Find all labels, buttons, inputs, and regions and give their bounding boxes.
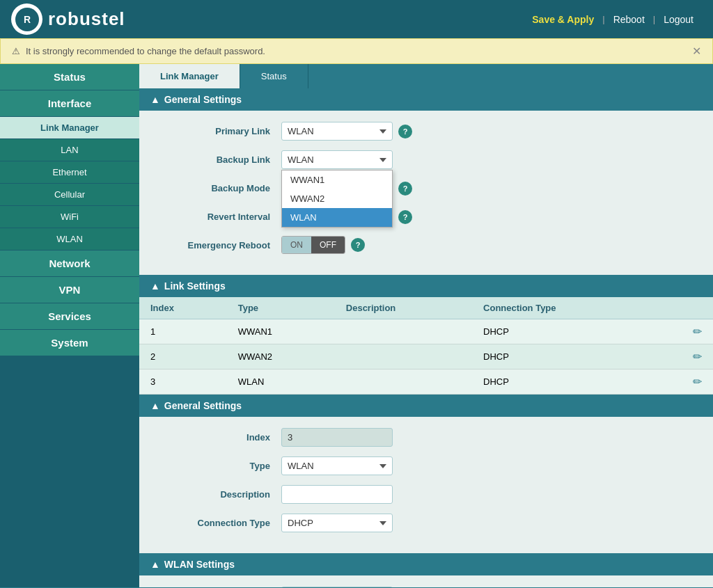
table-row: 2 WWAN2 DHCP ✏: [139, 344, 713, 370]
row1-description: [335, 319, 472, 344]
index-input: [281, 428, 393, 447]
primary-link-row: Primary Link WLAN WWAN1 WWAN2 ?: [156, 122, 696, 141]
index-label: Index: [156, 432, 281, 443]
row3-connection-type: DHCP: [472, 370, 653, 395]
tab-status[interactable]: Status: [240, 64, 308, 88]
backup-mode-help-icon[interactable]: ?: [398, 182, 412, 196]
svg-text:R: R: [23, 14, 30, 25]
main-layout: Status Interface Link Manager LAN Ethern…: [0, 64, 713, 587]
general-settings2-title: General Settings: [164, 400, 242, 411]
reboot-button[interactable]: Reboot: [605, 14, 653, 25]
wlan-settings-form: SSID Connect to Hidden SSID ON OFF Passw…: [139, 575, 713, 587]
row3-edit-button[interactable]: ✏: [693, 375, 702, 388]
index-row: Index: [156, 428, 696, 447]
primary-link-select[interactable]: WLAN WWAN1 WWAN2: [281, 122, 393, 141]
general-settings2-form: Index Type WWAN1 WWAN2 WLAN Description …: [139, 417, 713, 553]
header-actions: Save & Apply | Reboot | Logout: [524, 14, 702, 25]
toggle-on-button[interactable]: ON: [282, 237, 311, 253]
banner-text: ⚠ It is strongly recommended to change t…: [12, 46, 265, 56]
logo-text: robustel: [48, 8, 125, 30]
sidebar-section-network[interactable]: Network: [0, 251, 139, 276]
general-settings-header: ▲ General Settings: [139, 88, 713, 111]
row2-index: 2: [139, 344, 227, 370]
header: R robustel Save & Apply | Reboot | Logou…: [0, 0, 713, 38]
logo: R robustel: [11, 3, 125, 35]
general-settings-form: Primary Link WLAN WWAN1 WWAN2 ? Backup L…: [139, 111, 713, 275]
row2-connection-type: DHCP: [472, 344, 653, 370]
primary-link-label: Primary Link: [156, 126, 281, 136]
backup-link-select[interactable]: WWAN1 WWAN2 WLAN: [281, 150, 393, 169]
dropdown-item-wlan[interactable]: WLAN: [282, 208, 392, 227]
emergency-reboot-toggle[interactable]: ON OFF: [281, 236, 345, 254]
row3-type: WLAN: [227, 370, 335, 395]
collapse-icon[interactable]: ▲: [150, 94, 160, 105]
sidebar-section-status[interactable]: Status: [0, 64, 139, 90]
primary-link-help-icon[interactable]: ?: [398, 125, 412, 138]
ssid-row: SSID: [156, 587, 696, 587]
row1-type: WWAN1: [227, 319, 335, 344]
sidebar-item-link-manager[interactable]: Link Manager: [0, 117, 139, 138]
row2-actions: ✏: [653, 344, 713, 370]
sidebar-section-services[interactable]: Services: [0, 303, 139, 329]
sidebar-section-system[interactable]: System: [0, 330, 139, 356]
description-input[interactable]: [281, 485, 393, 504]
wlan-settings-header: ▲ WLAN Settings: [139, 553, 713, 575]
row2-edit-button[interactable]: ✏: [693, 350, 702, 363]
sidebar-item-cellular[interactable]: Cellular: [0, 184, 139, 205]
connection-type-row: Connection Type DHCP Static PPPoE: [156, 514, 696, 532]
sidebar: Status Interface Link Manager LAN Ethern…: [0, 64, 139, 587]
link-settings-header: ▲ Link Settings: [139, 275, 713, 297]
logout-button[interactable]: Logout: [655, 14, 702, 25]
toggle-off-button[interactable]: OFF: [311, 237, 345, 253]
col-type: Type: [227, 297, 335, 319]
revert-interval-row: Revert Interval ?: [156, 207, 696, 226]
sidebar-item-wifi[interactable]: WiFi: [0, 206, 139, 228]
general-settings-title: General Settings: [164, 94, 242, 105]
dropdown-item-wwan1[interactable]: WWAN1: [282, 170, 392, 189]
sidebar-item-ethernet[interactable]: Ethernet: [0, 161, 139, 183]
link-settings-title: Link Settings: [164, 280, 226, 292]
row1-connection-type: DHCP: [472, 319, 653, 344]
emergency-reboot-row: Emergency Reboot ON OFF ?: [156, 236, 696, 254]
wlan-settings-title: WLAN Settings: [164, 559, 235, 570]
save-apply-button[interactable]: Save & Apply: [524, 14, 602, 25]
table-row: 1 WWAN1 DHCP ✏: [139, 319, 713, 344]
connection-type-select[interactable]: DHCP Static PPPoE: [281, 514, 393, 532]
row1-edit-button[interactable]: ✏: [693, 325, 702, 338]
banner-close-button[interactable]: ✕: [692, 45, 701, 58]
revert-interval-help-icon[interactable]: ?: [398, 210, 412, 224]
general-settings2-header: ▲ General Settings: [139, 395, 713, 417]
backup-mode-row: Backup Mode Cold Backup Hot Backup ?: [156, 179, 696, 198]
connection-type-label: Connection Type: [156, 518, 281, 528]
col-description: Description: [335, 297, 472, 319]
emergency-reboot-help-icon[interactable]: ?: [351, 238, 365, 252]
warning-banner: ⚠ It is strongly recommended to change t…: [0, 38, 713, 64]
link-settings-collapse-icon[interactable]: ▲: [150, 280, 160, 292]
table-row: 3 WLAN DHCP ✏: [139, 370, 713, 395]
description-row: Description: [156, 485, 696, 504]
banner-message: It is strongly recommended to change the…: [26, 46, 265, 56]
description-label: Description: [156, 489, 281, 500]
tabs: Link Manager Status: [139, 64, 713, 88]
general-settings2-collapse-icon[interactable]: ▲: [150, 400, 160, 411]
tab-link-manager[interactable]: Link Manager: [139, 64, 240, 88]
type-select[interactable]: WWAN1 WWAN2 WLAN: [281, 456, 393, 475]
col-actions: [653, 297, 713, 319]
col-index: Index: [139, 297, 227, 319]
backup-link-dropdown: WWAN1 WWAN2 WLAN: [281, 170, 393, 228]
dropdown-item-wwan2[interactable]: WWAN2: [282, 189, 392, 208]
logo-icon: R: [11, 3, 42, 35]
row3-description: [335, 370, 472, 395]
wlan-settings-collapse-icon[interactable]: ▲: [150, 559, 160, 570]
sidebar-item-wlan[interactable]: WLAN: [0, 228, 139, 250]
emergency-reboot-label: Emergency Reboot: [156, 240, 281, 251]
ssid-input[interactable]: [281, 587, 393, 587]
sidebar-section-vpn[interactable]: VPN: [0, 277, 139, 303]
row3-index: 3: [139, 370, 227, 395]
row2-description: [335, 344, 472, 370]
sidebar-section-interface[interactable]: Interface: [0, 90, 139, 116]
backup-link-label: Backup Link: [156, 154, 281, 165]
sidebar-item-lan[interactable]: LAN: [0, 139, 139, 161]
warning-icon: ⚠: [12, 46, 20, 56]
backup-mode-label: Backup Mode: [156, 183, 281, 193]
